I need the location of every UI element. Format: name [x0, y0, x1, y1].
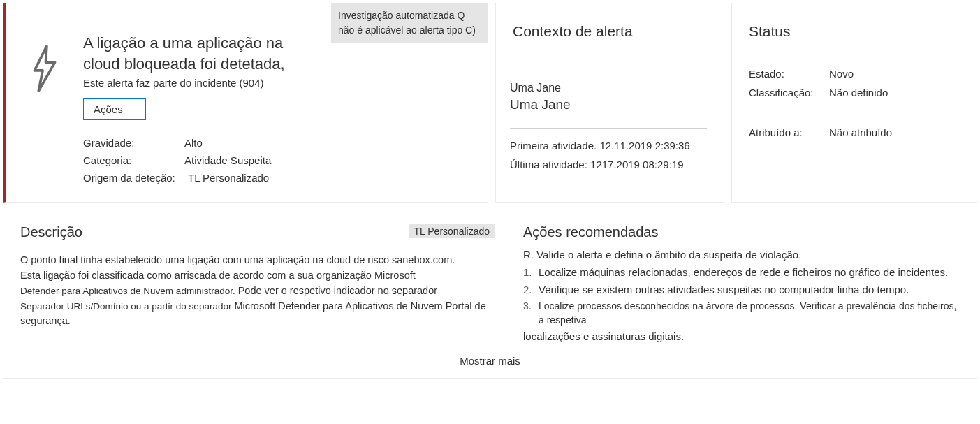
classification-row: Classificação: Não definido: [749, 87, 960, 98]
alert-summary-card: A ligação a uma aplicação na cloud bloqu…: [3, 3, 488, 203]
alert-incident-line: Este alerta faz parte do incidente (904): [83, 77, 457, 89]
desc-line1: O ponto final tinha estabelecido uma lig…: [20, 253, 495, 268]
lightning-icon: [27, 44, 62, 93]
recommended-title: Ações recomendadas: [523, 224, 960, 240]
last-activity: Última atividade: 1217.2019 08:29:19: [510, 159, 704, 170]
context-user-line2: Uma Jane: [510, 97, 704, 112]
alert-context-card: Contexto de alerta Uma Jane Uma Jane Pri…: [495, 3, 724, 203]
description-column: TL Personalizado Descrição O ponto final…: [20, 224, 495, 342]
show-more-button[interactable]: Mostrar mais: [20, 355, 960, 367]
desc-line2c: Pode ver o respetivo indicador no separa…: [238, 285, 437, 296]
detection-source-value: TL Personalizado: [188, 172, 269, 184]
first-activity: Primeira atividade. 12.11.2019 2:39:36: [510, 140, 704, 152]
automated-investigation-note: Investigação automatizada Q não é aplicá…: [331, 3, 488, 43]
actions-button[interactable]: Ações: [83, 98, 146, 120]
state-value: Novo: [829, 68, 854, 80]
description-text: O ponto final tinha estabelecido uma lig…: [20, 253, 495, 329]
recommended-item-3: Localize processos desconhecidos na árvo…: [523, 300, 960, 327]
alert-title: A ligação a uma aplicação na cloud bloqu…: [83, 33, 321, 74]
state-row: Estado: Novo: [749, 68, 960, 80]
recommended-item-1: Localize máquinas relacionadas, endereço…: [523, 265, 960, 279]
recommended-item-2: Verifique se existem outras atividades s…: [523, 282, 960, 297]
severity-label: Gravidade:: [83, 137, 184, 149]
desc-line2a: Esta ligação foi classificada como arris…: [20, 268, 495, 284]
status-card: Status Estado: Novo Classificação: Não d…: [731, 3, 977, 203]
recommended-column: Ações recomendadas R. Valide o alerta e …: [523, 224, 960, 342]
recommended-intro: R. Valide o alerta e defina o âmbito da …: [523, 249, 960, 261]
details-card: TL Personalizado Descrição O ponto final…: [3, 210, 977, 378]
assigned-label: Atribuído a:: [749, 126, 829, 138]
recommended-item-3-cont: localizações e assinaturas digitais.: [523, 330, 960, 342]
detection-source-label: Origem da deteção:: [83, 172, 188, 184]
context-user-line1: Uma Jane: [510, 82, 704, 94]
severity-value: Alto: [184, 137, 203, 149]
desc-line3a: Separador URLs/Domínio ou a partir do se…: [20, 301, 231, 312]
detection-source-row: Origem da deteção: TL Personalizado: [83, 172, 457, 184]
recommended-list: Localize máquinas relacionadas, endereço…: [523, 265, 960, 327]
status-title: Status: [749, 23, 960, 40]
category-row: Categoria: Atividade Suspeita: [83, 154, 457, 166]
severity-row: Gravidade: Alto: [83, 137, 457, 149]
alert-icon-column: [6, 16, 83, 189]
category-label: Categoria:: [83, 154, 184, 166]
description-tag: TL Personalizado: [409, 224, 495, 238]
classification-value: Não definido: [829, 87, 888, 98]
desc-line2b: Defender para Aplicativos de Nuvem admin…: [20, 286, 235, 296]
category-value: Atividade Suspeita: [184, 154, 271, 166]
assigned-value: Não atribuído: [829, 126, 892, 138]
context-title: Contexto de alerta: [513, 23, 707, 40]
context-divider: [510, 128, 707, 129]
classification-label: Classificação:: [749, 87, 829, 98]
assigned-row: Atribuído a: Não atribuído: [749, 126, 960, 138]
state-label: Estado:: [749, 68, 829, 80]
